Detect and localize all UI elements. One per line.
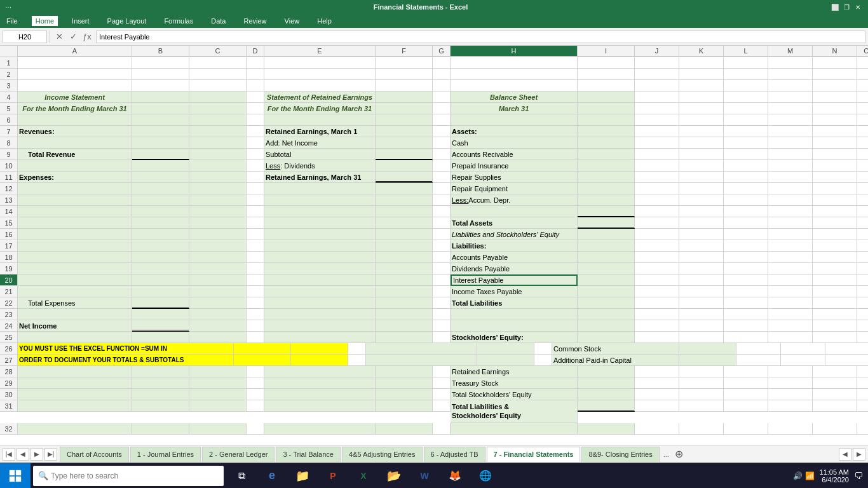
cell-C6[interactable] [189, 114, 247, 126]
cell-L16[interactable] [724, 229, 768, 240]
minimize-button[interactable]: ⬜ [830, 3, 840, 11]
cell-O32[interactable] [857, 423, 868, 435]
cell-M18[interactable] [768, 252, 813, 263]
cell-G28[interactable] [433, 366, 451, 377]
cell-J5[interactable] [635, 103, 679, 114]
cell-C29[interactable] [189, 377, 247, 389]
cell-C8[interactable] [189, 137, 247, 149]
cell-H13[interactable]: Less: Accum. Depr. [451, 194, 578, 206]
cell-K31[interactable] [679, 400, 724, 412]
cell-I14[interactable] [578, 206, 635, 217]
ribbon-tab-file[interactable]: File [3, 16, 22, 26]
cell-G26[interactable] [534, 343, 552, 355]
cell-K15[interactable] [679, 217, 724, 229]
cell-K2[interactable] [679, 69, 724, 80]
cell-A21[interactable] [18, 286, 132, 297]
cell-J13[interactable] [635, 194, 679, 206]
col-header-F[interactable]: F [376, 46, 433, 57]
cell-C1[interactable] [189, 57, 247, 69]
cell-C32[interactable] [189, 423, 247, 435]
cell-G12[interactable] [433, 183, 451, 194]
cell-N17[interactable] [813, 240, 857, 252]
folder-icon[interactable]: 📂 [381, 463, 407, 489]
cell-E10[interactable]: Less : Dividends [264, 160, 376, 172]
cell-L7[interactable] [724, 126, 768, 137]
cell-N20[interactable] [813, 274, 857, 286]
cell-J14[interactable] [635, 206, 679, 217]
cell-O6[interactable] [857, 114, 868, 126]
cell-C3[interactable] [189, 80, 247, 92]
cell-A11[interactable]: Expenses: [18, 172, 132, 183]
cell-N23[interactable] [813, 309, 857, 320]
cell-K30[interactable] [679, 389, 724, 400]
cell-J11[interactable] [635, 172, 679, 183]
cell-H6[interactable] [451, 114, 578, 126]
cell-C12[interactable] [189, 183, 247, 194]
cell-J7[interactable] [635, 126, 679, 137]
cell-I5[interactable] [578, 103, 635, 114]
word-icon[interactable]: W [412, 463, 437, 489]
excel-icon[interactable]: X [351, 463, 376, 489]
cell-M23[interactable] [768, 309, 813, 320]
cell-E7[interactable]: Retained Earnings, March 1 [264, 126, 376, 137]
cell-I24[interactable] [578, 320, 635, 332]
cell-O17[interactable] [857, 240, 868, 252]
cell-L2[interactable] [724, 69, 768, 80]
cell-J16[interactable] [635, 229, 679, 240]
cell-M22[interactable] [768, 297, 813, 309]
cell-L25[interactable] [724, 332, 768, 343]
cell-A8[interactable] [18, 137, 132, 149]
cell-A30[interactable] [18, 389, 132, 400]
cell-N16[interactable] [813, 229, 857, 240]
cell-M4[interactable] [768, 92, 813, 103]
cell-H14[interactable] [451, 206, 578, 217]
cell-B20[interactable] [132, 274, 189, 286]
cell-E4[interactable]: Statement of Retained Earnings [264, 92, 376, 103]
cell-A7[interactable]: Revenues: [18, 126, 132, 137]
cell-H3[interactable] [451, 80, 578, 92]
cell-F31[interactable] [376, 400, 433, 412]
ribbon-tab-formulas[interactable]: Formulas [160, 16, 197, 26]
windows-start-button[interactable] [0, 463, 31, 489]
cell-A26[interactable]: YOU MUST USE THE EXCEL FUNCTION =SUM IN [18, 343, 234, 355]
cell-G9[interactable] [433, 149, 451, 160]
cell-A23[interactable] [18, 309, 132, 320]
cell-O18[interactable] [857, 252, 868, 263]
cell-A1[interactable] [18, 57, 132, 69]
cell-I28[interactable] [578, 366, 635, 377]
cell-H2[interactable] [451, 69, 578, 80]
cell-C11[interactable] [189, 172, 247, 183]
cell-B10[interactable] [132, 160, 189, 172]
cell-O5[interactable] [857, 103, 868, 114]
cell-F27[interactable] [477, 355, 534, 366]
cell-E3[interactable] [264, 80, 376, 92]
cell-O10[interactable] [857, 160, 868, 172]
cell-G29[interactable] [433, 377, 451, 389]
cell-O4[interactable] [857, 92, 868, 103]
col-header-J[interactable]: J [635, 46, 679, 57]
cell-M3[interactable] [768, 80, 813, 92]
cell-B8[interactable] [132, 137, 189, 149]
cell-H21[interactable]: Income Taxes Payable [451, 286, 578, 297]
cell-G17[interactable] [433, 240, 451, 252]
cell-C10[interactable] [189, 160, 247, 172]
cell-G27[interactable] [534, 355, 552, 366]
col-header-B[interactable]: B [132, 46, 189, 57]
cell-C18[interactable] [189, 252, 247, 263]
cell-M2[interactable] [768, 69, 813, 80]
cell-O11[interactable] [857, 172, 868, 183]
cell-L11[interactable] [724, 172, 768, 183]
cell-B1[interactable] [132, 57, 189, 69]
cell-L1[interactable] [724, 57, 768, 69]
cell-A20[interactable] [18, 274, 132, 286]
cell-N30[interactable] [813, 389, 857, 400]
ribbon-tab-view[interactable]: View [281, 16, 304, 26]
cell-D6[interactable] [247, 114, 264, 126]
cell-O9[interactable] [857, 149, 868, 160]
cell-I1[interactable] [578, 57, 635, 69]
cell-J17[interactable] [635, 240, 679, 252]
cell-D19[interactable] [247, 263, 264, 274]
cell-D13[interactable] [247, 194, 264, 206]
cell-G19[interactable] [433, 263, 451, 274]
cell-K3[interactable] [679, 80, 724, 92]
